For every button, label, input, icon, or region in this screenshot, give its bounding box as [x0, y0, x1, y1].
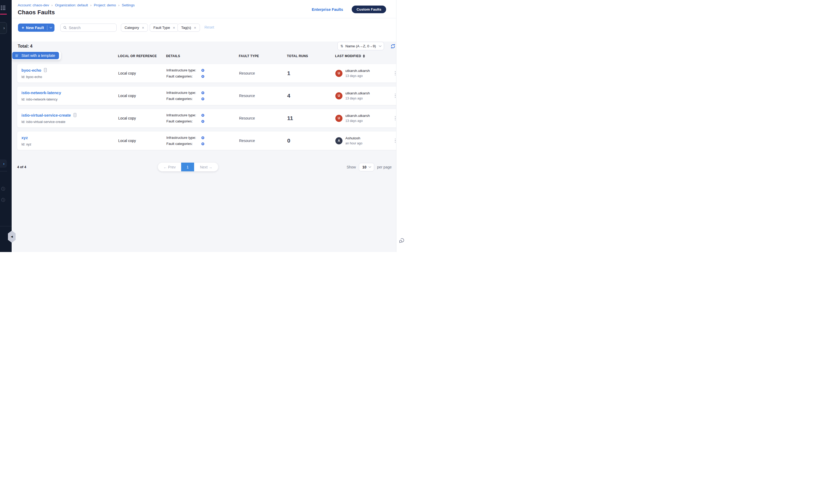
sort-dropdown[interactable]: ⇅ Name (A→Z, 0→9)	[337, 42, 384, 50]
details-cell: Infrastructure type: Fault categories:	[166, 68, 239, 78]
local-or-reference-cell: Local copy	[118, 94, 166, 98]
search-input[interactable]	[69, 26, 114, 30]
kubernetes-icon	[201, 120, 204, 123]
filter-chip-label: Category	[125, 26, 139, 30]
details-cell: Infrastructure type: Fault categories:	[166, 136, 239, 146]
header-actions: Enterprise Faults Custom Faults	[312, 6, 386, 13]
filter-chip-fault-type[interactable]: Fault Type ×	[150, 24, 179, 32]
details-cell: Infrastructure type: Fault categories:	[166, 113, 239, 123]
next-page-button[interactable]: Next →	[194, 163, 218, 171]
column-header-total-runs: TOTAL RUNS	[287, 54, 335, 58]
new-fault-button[interactable]: + New Fault	[18, 24, 54, 32]
column-label: LAST MODIFIED	[335, 54, 361, 58]
breadcrumb-account-link[interactable]: Account: chaos-dev	[18, 3, 49, 7]
modified-by-user: utkarsh.utkarsh	[345, 69, 370, 73]
module-grid-icon[interactable]	[1, 6, 5, 10]
column-header-local-or-reference: LOCAL OR REFERENCE	[118, 54, 166, 58]
chevron-down-icon[interactable]	[50, 26, 52, 29]
new-fault-label: New Fault	[26, 26, 44, 30]
total-runs-cell: 4	[287, 93, 335, 99]
table-row: istio-virtual-service-create Id: istio-v…	[17, 109, 398, 128]
last-modified-cell: U utkarsh.utkarsh 13 days ago	[335, 91, 388, 100]
custom-faults-button[interactable]: Custom Faults	[352, 6, 386, 13]
fault-type-cell: Resource	[239, 94, 287, 98]
kubernetes-icon	[201, 142, 204, 145]
avatar: U	[335, 115, 342, 122]
menu-item-start-with-template[interactable]: Start with a template	[12, 52, 59, 59]
per-page-label: per page	[377, 165, 392, 169]
chevron-right-icon: ›	[3, 26, 5, 30]
page-size-dropdown[interactable]: 10	[359, 163, 374, 171]
sidebar-expand-button[interactable]: ›	[0, 22, 7, 34]
table-row: xyz Id: xyz Local copy Infrastructure ty…	[17, 131, 398, 150]
manifest-doc-icon	[73, 113, 77, 117]
fault-name-link[interactable]: byoc-echo	[21, 68, 41, 72]
modified-time: 13 days ago	[345, 74, 370, 78]
sidebar-expand-bottom-button[interactable]: ›	[0, 159, 7, 168]
page-header: Account: chaos-dev › Organization: defau…	[12, 0, 396, 18]
chat-support-icon[interactable]	[399, 237, 405, 245]
total-runs-cell: 0	[287, 138, 335, 144]
chevron-down-icon	[379, 44, 382, 47]
info-icon[interactable]: ⓘ	[1, 198, 5, 202]
breadcrumb-project-link[interactable]: Project: demo	[94, 3, 116, 7]
kubernetes-icon	[201, 114, 204, 117]
close-icon[interactable]: ×	[194, 26, 196, 30]
filter-chip-tags[interactable]: Tag(s) ×	[177, 24, 200, 32]
pagination-range: 4 of 4	[17, 165, 26, 169]
breadcrumb-organization-link[interactable]: Organization: default	[55, 3, 88, 7]
local-or-reference-cell: Local copy	[118, 71, 166, 75]
fault-categories-label: Fault categories:	[166, 74, 201, 78]
fault-name-link[interactable]: istio-network-latency	[21, 90, 61, 95]
fault-name-link[interactable]: xyz	[21, 135, 28, 140]
total-runs-cell: 11	[287, 115, 335, 121]
avatar: U	[335, 92, 342, 99]
column-label: TOTAL RUNS	[287, 54, 308, 58]
triangle-left-icon: ◀	[11, 235, 13, 238]
modified-time: 13 days ago	[345, 119, 370, 123]
total-runs-cell: 1	[287, 70, 335, 76]
plus-icon: +	[22, 25, 24, 30]
kubernetes-icon	[201, 97, 204, 100]
avatar: A	[335, 137, 342, 144]
column-label: LOCAL OR REFERENCE	[118, 54, 157, 58]
column-label: FAULT TYPE	[239, 54, 259, 58]
breadcrumb-separator: ›	[90, 3, 92, 7]
column-header-fault-type: FAULT TYPE	[239, 54, 287, 58]
show-label: Show	[347, 165, 356, 169]
template-icon	[15, 53, 19, 58]
sidebar-divider	[0, 171, 7, 171]
content-area: Total: 4 ⇅ Name (A→Z, 0→9) FAULT NAME LO	[12, 42, 396, 252]
enterprise-faults-link[interactable]: Enterprise Faults	[312, 7, 343, 12]
table-row: istio-network-latency Id: istio-network-…	[17, 86, 398, 105]
infrastructure-type-label: Infrastructure type:	[166, 113, 201, 117]
fault-name-link[interactable]: istio-virtual-service-create	[21, 113, 71, 117]
reset-filters-link[interactable]: Reset	[204, 25, 214, 29]
kubernetes-icon	[201, 136, 204, 139]
fault-categories-label: Fault categories:	[166, 142, 201, 146]
info-icon[interactable]: ⓘ	[1, 187, 5, 191]
filter-chip-category[interactable]: Category ×	[121, 24, 148, 32]
main-panel: Account: chaos-dev › Organization: defau…	[12, 0, 396, 252]
fault-name-cell: byoc-echo Id: byoc-echo	[21, 68, 118, 79]
fault-categories-label: Fault categories:	[166, 97, 201, 101]
column-header-last-modified[interactable]: LAST MODIFIED	[335, 54, 387, 58]
sort-both-icon	[363, 54, 365, 58]
search-box	[60, 24, 117, 32]
prev-page-button[interactable]: ← Prev	[158, 163, 181, 171]
current-page-button[interactable]: 1	[181, 163, 194, 171]
kubernetes-icon	[201, 91, 204, 94]
local-or-reference-cell: Local copy	[118, 139, 166, 143]
fault-name-cell: xyz Id: xyz	[21, 135, 118, 146]
fault-categories-label: Fault categories:	[166, 119, 201, 123]
close-icon[interactable]: ×	[173, 26, 175, 30]
total-count: Total: 4	[18, 44, 33, 49]
search-icon	[63, 26, 67, 30]
close-icon[interactable]: ×	[142, 26, 144, 30]
breadcrumb-settings-link[interactable]: Settings	[122, 3, 135, 7]
menu-item-label: Start with a template	[21, 53, 55, 58]
refresh-button[interactable]	[390, 44, 396, 49]
fault-id: Id: istio-network-latency	[21, 97, 118, 101]
sort-direction-icon: ⇅	[340, 44, 343, 48]
avatar: U	[335, 70, 342, 77]
